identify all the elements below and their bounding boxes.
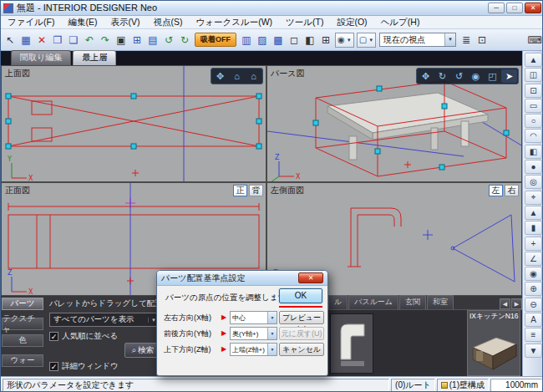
fit-view-icon[interactable]: ⌂ xyxy=(229,69,245,83)
dialog-close-icon[interactable]: ✕ xyxy=(298,272,323,283)
reset-view-icon[interactable]: ⌂ xyxy=(246,69,261,83)
rect-tool-icon[interactable]: ▭ xyxy=(525,99,542,113)
viewport-perspective[interactable]: パース図 ✥ ↻ ↺ ◉ ◰ ➤ xyxy=(266,65,522,182)
maximize-view-icon[interactable]: ⊡ xyxy=(525,84,542,98)
monitor-view-combo[interactable]: ▢ ▼ xyxy=(357,33,376,48)
capture-icon[interactable]: ⊡ xyxy=(474,32,490,48)
delete-icon[interactable]: ✕ xyxy=(34,32,49,48)
tab-floorplan-edit[interactable]: 間取り編集 xyxy=(11,50,71,65)
keyboard-icon[interactable]: ⌨ xyxy=(527,32,542,48)
eye-tool-icon[interactable]: ◉ xyxy=(525,267,542,281)
tab-walkthrough[interactable]: ウォー xyxy=(2,354,43,367)
right-button[interactable]: 右 xyxy=(505,185,519,196)
status-message: 形状のパラメータを設定できます xyxy=(3,379,389,392)
move-tool-icon[interactable]: + xyxy=(525,237,542,251)
menu-tools[interactable]: ツール(T) xyxy=(279,16,330,29)
cancel-button[interactable]: キャンセル xyxy=(279,343,324,356)
torus-tool-icon[interactable]: ◎ xyxy=(525,175,542,189)
x-axis-select[interactable]: 中心 ▼ xyxy=(230,311,277,324)
pattern-icon[interactable]: ▥ xyxy=(239,32,254,48)
measure-tool-icon[interactable]: ∠ xyxy=(525,252,542,266)
tab-texture[interactable]: テクスチャ xyxy=(2,318,43,330)
camera-view-combo[interactable]: ◉ ▼ xyxy=(335,33,354,48)
current-view-select[interactable]: 現在の視点 ▼ xyxy=(379,33,456,47)
zoom-out-icon[interactable]: ⊖ xyxy=(525,298,542,312)
menu-walkthrough[interactable]: ウォークスルー(W) xyxy=(189,16,279,29)
single-pane-icon[interactable]: ◻ xyxy=(287,32,302,48)
pane-layout-icon[interactable]: ◫ xyxy=(525,68,542,82)
scroll-up-icon[interactable]: ▲ xyxy=(525,53,542,67)
z-axis-select[interactable]: 上端(Z軸+) ▼ xyxy=(230,343,277,356)
palette-tab-partial[interactable]: ル xyxy=(328,295,348,309)
cone-tool-icon[interactable]: ▲ xyxy=(525,206,542,220)
halfbox-tool-icon[interactable]: ◧ xyxy=(525,145,542,159)
detail-window-checkbox[interactable]: ✓ 詳細ウィンドウ xyxy=(49,361,119,372)
pan-icon[interactable]: ✥ xyxy=(418,69,434,83)
texture-icon[interactable]: ▨ xyxy=(255,32,270,48)
split-pane-icon[interactable]: ◧ xyxy=(302,32,317,48)
zoom-in-icon[interactable]: ⊕ xyxy=(525,282,542,296)
left-button[interactable]: 左 xyxy=(489,185,503,196)
part-thumbnail[interactable] xyxy=(330,313,373,374)
paste-icon[interactable]: ❏ xyxy=(66,32,81,48)
palette-icon[interactable]: ▩ xyxy=(271,32,286,48)
preview-button[interactable]: プレビュー(P) xyxy=(279,311,324,324)
sphere-tool-icon[interactable]: ● xyxy=(525,160,542,174)
palette-tab-entrance[interactable]: 玄関 xyxy=(399,295,426,309)
viewport-top-view[interactable]: 上面図 ✥ ⌂ ⌂ xyxy=(1,65,266,182)
rotate-ccw-icon[interactable]: ↺ xyxy=(161,32,176,48)
menu-view[interactable]: 表示(V) xyxy=(104,16,146,29)
text-tool-icon[interactable]: A xyxy=(525,313,542,327)
rotate-cw-icon[interactable]: ↻ xyxy=(177,32,192,48)
copy-icon[interactable]: ❐ xyxy=(50,32,65,48)
redo-icon[interactable]: ↷ xyxy=(98,32,113,48)
tab-color[interactable]: 色 xyxy=(2,334,43,347)
palette-tab-washitsu[interactable]: 和室 xyxy=(427,295,454,309)
menu-viewpoint[interactable]: 視点(S) xyxy=(146,16,189,29)
palette-tab-bathroom[interactable]: バスルーム xyxy=(348,295,398,309)
grid-snap-icon[interactable]: ▤ xyxy=(145,32,160,48)
box-tool-icon[interactable]: ▣ xyxy=(114,32,129,48)
spin-icon[interactable]: ↺ xyxy=(451,69,467,83)
x-axis-label: 左右方向(X軸) xyxy=(164,311,222,324)
tab-parts[interactable]: パーツ xyxy=(2,298,43,310)
menu-settings[interactable]: 設定(O) xyxy=(330,16,373,29)
look-icon[interactable]: ◉ xyxy=(468,69,484,83)
select-icon[interactable]: ➤ xyxy=(501,69,517,83)
select-tool-icon[interactable]: ↖ xyxy=(3,32,18,48)
palette-prev-icon[interactable]: ◀ xyxy=(500,298,510,309)
tab-top-layer[interactable]: 最上層 xyxy=(73,50,116,65)
chevron-down-icon: ▼ xyxy=(444,33,455,46)
circle-tool-icon[interactable]: ○ xyxy=(525,114,542,128)
scroll-down-icon[interactable]: ▼ xyxy=(525,344,542,358)
grid-icon[interactable]: ⊞ xyxy=(129,32,145,48)
y-axis-select[interactable]: 奥(Y軸+) ▼ xyxy=(230,327,277,340)
arc-tool-icon[interactable]: ◠ xyxy=(525,129,542,143)
front-button[interactable]: 正 xyxy=(233,185,247,196)
menu-file[interactable]: ファイル(F) xyxy=(1,16,61,29)
target-tool-icon[interactable]: ⌖ xyxy=(525,191,542,205)
ok-button[interactable]: OK xyxy=(279,288,322,303)
undo-icon[interactable]: ↶ xyxy=(82,32,97,48)
menu-help[interactable]: ヘルプ(H) xyxy=(374,16,427,29)
pan-icon[interactable]: ✥ xyxy=(212,69,228,83)
part-thumbnail-selected[interactable]: IXキッチンN16 xyxy=(467,310,520,376)
app-window: 無題 - INTERIOR DESIGNER Neo ─ □ ✕ ファイル(F)… xyxy=(0,0,543,392)
quad-pane-icon[interactable]: ⊞ xyxy=(318,32,333,48)
back-button[interactable]: 背 xyxy=(249,185,263,196)
snap-toggle-button[interactable]: 吸着OFF xyxy=(195,33,236,47)
orbit-icon[interactable]: ↻ xyxy=(434,69,450,83)
dialog-body: パーツの原点の位置を調整します OK 左右方向(X軸) ▶ 中心 ▼ プレビュー… xyxy=(157,286,327,375)
cylinder-tool-icon[interactable]: ▮ xyxy=(525,221,542,235)
expand-icon[interactable]: ◰ xyxy=(485,69,500,83)
layers-icon[interactable]: ≣ xyxy=(459,32,474,48)
menu-edit[interactable]: 編集(E) xyxy=(61,16,104,29)
list-tool-icon[interactable]: ≡ xyxy=(525,328,542,342)
minimize-button[interactable]: ─ xyxy=(488,3,505,13)
popular-sort-checkbox[interactable]: ✓ 人気順に並べる xyxy=(49,331,118,342)
palette-next-icon[interactable]: ▶ xyxy=(511,298,522,309)
maximize-button[interactable]: □ xyxy=(506,3,523,13)
close-button[interactable]: ✕ xyxy=(525,3,541,13)
parts-filter-select[interactable]: すべてのパーツを表示 ▼ xyxy=(49,313,160,327)
room-edit-icon[interactable]: ▦ xyxy=(18,32,33,48)
